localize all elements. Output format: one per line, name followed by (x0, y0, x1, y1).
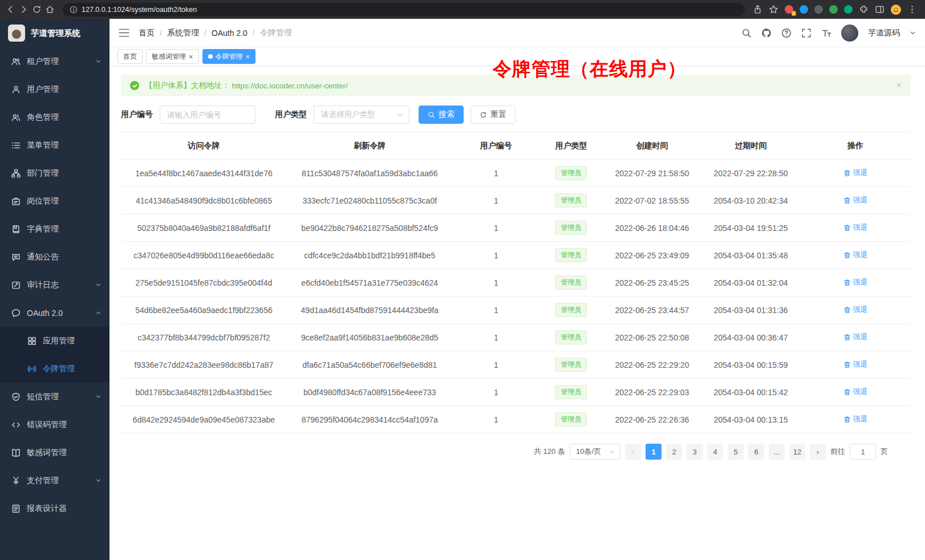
delete-icon (843, 416, 851, 423)
extension-icon-blue[interactable] (800, 5, 808, 14)
refresh-token-cell: 9ce8ef2aa9f14056b831ae9b608e28d5 (287, 324, 453, 351)
sidebar-item-1[interactable]: 用户管理 (0, 75, 109, 103)
reload-icon[interactable] (32, 5, 42, 14)
sidebar-item-12[interactable]: 短信管理 (0, 383, 109, 411)
force-logout-button[interactable]: 强退 (843, 305, 868, 315)
sidebar-item-11[interactable]: 令牌管理 (0, 355, 109, 383)
force-logout-button[interactable]: 强退 (843, 332, 868, 342)
github-icon[interactable] (761, 28, 772, 38)
sidebar-item-0[interactable]: 租户管理 (0, 47, 109, 75)
pagination-page-5[interactable]: 5 (728, 444, 744, 460)
more-vertical-icon[interactable] (907, 5, 917, 14)
sidebar-item-3[interactable]: 菜单管理 (0, 131, 109, 159)
address-bar[interactable]: 127.0.0.1:1024/system/oauth2/token (63, 3, 745, 17)
prev-page-button[interactable]: ‹ (625, 444, 641, 460)
pagination-page-1[interactable]: 1 (646, 444, 662, 460)
sidebar-item-9[interactable]: OAuth 2.0 (0, 299, 109, 327)
extension-icon-teal[interactable] (844, 5, 853, 14)
force-logout-button[interactable]: 强退 (843, 222, 868, 233)
chevron-down-icon (95, 58, 102, 64)
force-logout-button[interactable]: 强退 (843, 168, 868, 178)
delete-icon (843, 361, 851, 368)
force-logout-button[interactable]: 强退 (843, 414, 868, 424)
breadcrumb-home[interactable]: 首页 (139, 28, 155, 38)
sidebar-item-10[interactable]: 应用管理 (0, 327, 109, 355)
pagination-page-4[interactable]: 4 (707, 444, 723, 460)
tab-home[interactable]: 首页 (117, 49, 143, 64)
extension-icon-green[interactable] (829, 5, 838, 14)
split-view-icon[interactable] (875, 5, 885, 14)
back-icon[interactable] (6, 5, 15, 14)
breadcrumb-system[interactable]: 系统管理 (167, 28, 199, 38)
goto-page-input[interactable] (850, 444, 876, 460)
share-icon[interactable] (753, 5, 762, 14)
sidebar-item-8[interactable]: 审计日志 (0, 271, 109, 299)
force-logout-button[interactable]: 强退 (843, 359, 868, 370)
user-type-cell: 管理员 (539, 187, 603, 214)
force-logout-label: 强退 (853, 195, 868, 205)
alert-doc-link[interactable]: https://doc.iocoder.cn/user-center/ (232, 82, 348, 90)
app-logo[interactable]: 芋道管理系统 (0, 19, 109, 47)
pagination-page-6[interactable]: 6 (748, 444, 764, 460)
sidebar-item-4[interactable]: 部门管理 (0, 159, 109, 187)
extension-icon-red[interactable]: 6 (785, 5, 793, 14)
next-page-button[interactable]: › (810, 444, 826, 460)
force-logout-button[interactable]: 强退 (843, 195, 868, 205)
font-size-icon[interactable] (821, 28, 831, 38)
help-icon[interactable] (781, 28, 792, 38)
force-logout-button[interactable]: 强退 (843, 387, 868, 397)
pagination-more-button[interactable]: ... (769, 444, 785, 460)
sidebar-item-6[interactable]: 字典管理 (0, 215, 109, 243)
collapse-menu-icon[interactable] (119, 29, 129, 37)
expire-time-cell: 2054-03-04 00:36:47 (701, 324, 800, 351)
user-type-cell: 管理员 (539, 351, 603, 379)
extensions-puzzle-icon[interactable] (859, 5, 869, 14)
sidebar-item-2[interactable]: 角色管理 (0, 103, 109, 131)
sidebar-item-13[interactable]: 错误码管理 (0, 411, 109, 439)
pagination-page-2[interactable]: 2 (666, 444, 682, 460)
user-avatar[interactable] (841, 25, 858, 42)
user-id-input[interactable] (160, 105, 255, 124)
access-token-cell: b0d1785bc3a8482f812db4a3f3bd15ec (121, 379, 287, 406)
search-icon[interactable] (741, 28, 752, 38)
action-cell: 强退 (800, 351, 911, 379)
sidebar-item-5[interactable]: 岗位管理 (0, 187, 109, 215)
refresh-token-cell: 333ecfc71e02480cb11055c875c3ca0f (287, 187, 453, 214)
pagination-page-12[interactable]: 12 (789, 444, 805, 460)
sidebar-item-14[interactable]: 敏感词管理 (0, 439, 109, 466)
browser-profile-avatar[interactable] (891, 5, 901, 15)
user-type-select[interactable]: 请选择用户类型 (314, 105, 409, 124)
site-info-icon[interactable] (70, 6, 78, 14)
sidebar-item-7[interactable]: 通知公告 (0, 243, 109, 271)
home-icon[interactable] (45, 5, 55, 14)
alert-close-icon[interactable]: × (896, 80, 902, 91)
close-icon[interactable]: × (189, 53, 193, 60)
extension-icon-dark[interactable] (814, 5, 823, 14)
reset-button-label: 重置 (490, 109, 506, 120)
search-icon (428, 111, 435, 119)
sidebar-item-15[interactable]: 支付管理 (0, 466, 109, 494)
column-header: 用户编号 (453, 132, 539, 160)
bookmark-star-icon[interactable] (769, 5, 778, 14)
search-button[interactable]: 搜索 (419, 105, 464, 124)
action-cell: 强退 (800, 242, 911, 269)
user-type-badge: 管理员 (555, 193, 587, 208)
main-area: 首页 / 系统管理 / OAuth 2.0 / 令牌管理 芋道源码 (109, 19, 925, 560)
sidebar-item-16[interactable]: 报表设计器 (0, 494, 109, 522)
force-logout-button[interactable]: 强退 (843, 250, 868, 260)
forward-icon[interactable] (19, 5, 29, 14)
browser-toolbar-right: 6 (753, 5, 919, 15)
force-logout-button[interactable]: 强退 (843, 277, 868, 287)
page-size-select[interactable]: 10条/页 (570, 444, 620, 460)
expire-time-cell: 2054-03-04 00:15:59 (701, 351, 800, 379)
user-id-cell: 1 (453, 214, 539, 242)
close-icon[interactable]: × (246, 53, 250, 60)
username[interactable]: 芋道源码 (868, 28, 900, 38)
tab-sensitive-words[interactable]: 敏感词管理 × (146, 49, 199, 64)
reset-button[interactable]: 重置 (470, 105, 516, 124)
breadcrumb-oauth[interactable]: OAuth 2.0 (212, 29, 248, 38)
fullscreen-icon[interactable] (801, 28, 812, 38)
caret-down-icon[interactable] (910, 30, 916, 36)
tab-token-management[interactable]: 令牌管理 × (202, 49, 256, 64)
pagination-page-3[interactable]: 3 (687, 444, 703, 460)
